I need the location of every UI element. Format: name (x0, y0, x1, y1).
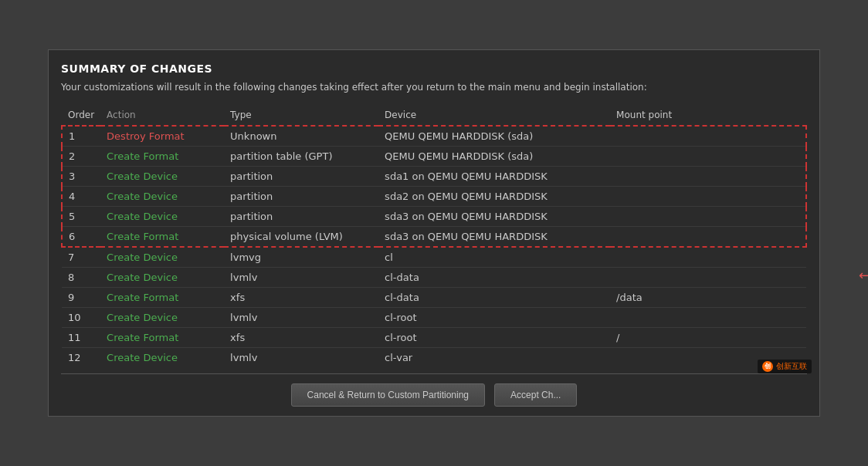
table-row: 11Create Formatxfscl-root/ (62, 327, 806, 347)
annotation-arrow: ← (859, 266, 868, 282)
cell-device: cl-root (378, 307, 610, 327)
cell-order: 3 (62, 166, 100, 186)
table-row: 2Create Formatpartition table (GPT)QEMU … (62, 146, 806, 166)
watermark-text: 创新互联 (776, 361, 807, 372)
col-device: Device (378, 105, 610, 126)
side-annotation: ← 物理服务器与此不同，无视 (859, 266, 868, 282)
table-row: 6Create Formatphysical volume (LVM)sda3 … (62, 226, 806, 247)
cell-action: Create Device (100, 206, 224, 226)
cell-type: partition table (GPT) (224, 146, 378, 166)
table-row: 8Create Devicelvmlvcl-data (62, 267, 806, 287)
summary-dialog: SUMMARY OF CHANGES Your customizations w… (48, 49, 820, 417)
dialog-title: SUMMARY OF CHANGES (61, 62, 807, 75)
col-type: Type (224, 105, 378, 126)
cancel-button[interactable]: Cancel & Return to Custom Partitioning (291, 383, 485, 407)
cell-order: 12 (62, 347, 100, 367)
cell-type: xfs (224, 287, 378, 307)
table-container: Order Action Type Device Mount point 1De… (61, 105, 807, 367)
cell-order: 4 (62, 186, 100, 206)
cell-order: 1 (62, 126, 100, 147)
cell-order: 7 (62, 247, 100, 268)
cell-order: 10 (62, 307, 100, 327)
cell-device: cl-root (378, 327, 610, 347)
col-order: Order (62, 105, 100, 126)
cell-type: Unknown (224, 126, 378, 147)
cell-order: 2 (62, 146, 100, 166)
cell-device: sda3 on QEMU QEMU HARDDISK (378, 226, 610, 247)
cell-mount (610, 166, 806, 186)
cell-mount: /data (610, 287, 806, 307)
cell-device: sda3 on QEMU QEMU HARDDISK (378, 206, 610, 226)
cell-mount: / (610, 327, 806, 347)
table-row: 10Create Devicelvmlvcl-root (62, 307, 806, 327)
cell-action: Create Format (100, 146, 224, 166)
cell-device: QEMU QEMU HARDDISK (sda) (378, 126, 610, 147)
cell-mount (610, 206, 806, 226)
cell-device: cl (378, 247, 610, 268)
cell-mount (610, 146, 806, 166)
cell-action: Destroy Format (100, 126, 224, 147)
cell-mount (610, 307, 806, 327)
cell-type: lvmlv (224, 267, 378, 287)
cell-device: sda2 on QEMU QEMU HARDDISK (378, 186, 610, 206)
cell-order: 6 (62, 226, 100, 247)
cell-action: Create Device (100, 166, 224, 186)
watermark: 创 创新互联 (758, 360, 812, 373)
cell-type: partition (224, 206, 378, 226)
cell-action: Create Format (100, 226, 224, 247)
cell-mount (610, 267, 806, 287)
cell-type: xfs (224, 327, 378, 347)
table-row: 9Create Formatxfscl-data/data (62, 287, 806, 307)
table-row: 3Create Devicepartitionsda1 on QEMU QEMU… (62, 166, 806, 186)
watermark-icon: 创 (762, 361, 773, 372)
cell-type: partition (224, 186, 378, 206)
cell-type: lvmlv (224, 307, 378, 327)
table-row: 12Create Devicelvmlvcl-var (62, 347, 806, 367)
cell-action: Create Format (100, 287, 224, 307)
dialog-subtitle: Your customizations will result in the f… (61, 81, 807, 94)
cell-mount (610, 126, 806, 147)
cell-device: cl-var (378, 347, 610, 367)
table-row: 1Destroy FormatUnknownQEMU QEMU HARDDISK… (62, 126, 806, 147)
table-row: 4Create Devicepartitionsda2 on QEMU QEMU… (62, 186, 806, 206)
cell-order: 8 (62, 267, 100, 287)
table-row: 5Create Devicepartitionsda3 on QEMU QEMU… (62, 206, 806, 226)
cell-device: QEMU QEMU HARDDISK (sda) (378, 146, 610, 166)
cell-type: physical volume (LVM) (224, 226, 378, 247)
col-mount: Mount point (610, 105, 806, 126)
changes-table: Order Action Type Device Mount point 1De… (61, 105, 807, 367)
cell-order: 9 (62, 287, 100, 307)
cell-type: partition (224, 166, 378, 186)
cell-order: 11 (62, 327, 100, 347)
cell-mount (610, 247, 806, 268)
dialog-footer: Cancel & Return to Custom Partitioning A… (61, 373, 807, 416)
cell-action: Create Device (100, 267, 224, 287)
cell-device: sda1 on QEMU QEMU HARDDISK (378, 166, 610, 186)
cell-order: 5 (62, 206, 100, 226)
table-header-row: Order Action Type Device Mount point (62, 105, 806, 126)
cell-action: Create Device (100, 347, 224, 367)
accept-button[interactable]: Accept Ch... (494, 383, 577, 407)
cell-type: lvmlv (224, 347, 378, 367)
col-action: Action (100, 105, 224, 126)
cell-action: Create Format (100, 327, 224, 347)
cell-action: Create Device (100, 247, 224, 268)
cell-mount (610, 226, 806, 247)
cell-action: Create Device (100, 307, 224, 327)
cell-action: Create Device (100, 186, 224, 206)
cell-mount (610, 186, 806, 206)
table-row: 7Create Devicelvmvgcl (62, 247, 806, 268)
cell-device: cl-data (378, 287, 610, 307)
cell-device: cl-data (378, 267, 610, 287)
cell-type: lvmvg (224, 247, 378, 268)
